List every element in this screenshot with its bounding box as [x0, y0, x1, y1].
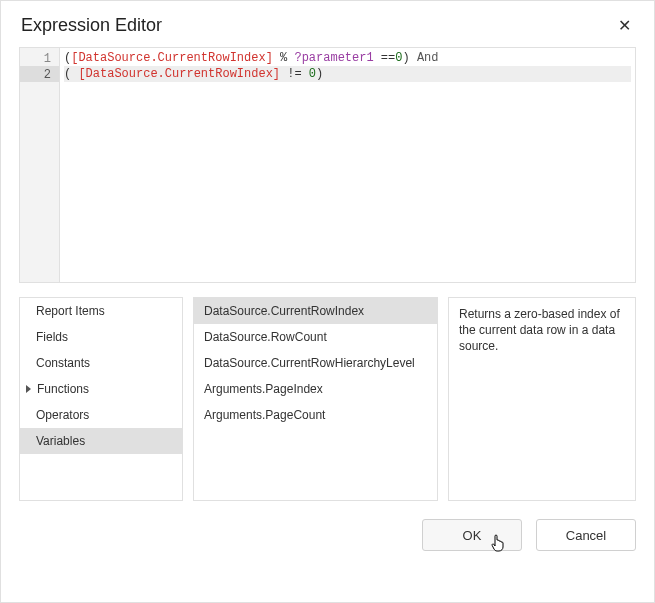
code-line[interactable]: ( [DataSource.CurrentRowIndex] != 0): [64, 66, 631, 82]
category-item[interactable]: Fields: [20, 324, 182, 350]
expand-triangle-icon: [26, 385, 31, 393]
code-area[interactable]: ([DataSource.CurrentRowIndex] % ?paramet…: [60, 48, 635, 282]
line-number: 1: [20, 50, 59, 66]
item-list[interactable]: DataSource.CurrentRowIndexDataSource.Row…: [193, 297, 438, 501]
variable-item[interactable]: DataSource.RowCount: [194, 324, 437, 350]
cancel-button[interactable]: Cancel: [536, 519, 636, 551]
dialog-title: Expression Editor: [21, 15, 162, 36]
category-label: Functions: [37, 382, 89, 396]
category-label: Constants: [36, 356, 90, 370]
category-item[interactable]: Variables: [20, 428, 182, 454]
variable-item[interactable]: DataSource.CurrentRowHierarchyLevel: [194, 350, 437, 376]
line-number: 2: [20, 66, 59, 82]
variable-item[interactable]: DataSource.CurrentRowIndex: [194, 298, 437, 324]
dialog-header: Expression Editor ✕: [1, 1, 654, 47]
ok-button[interactable]: OK: [422, 519, 522, 551]
close-button[interactable]: ✕: [612, 13, 636, 37]
expression-editor-dialog: Expression Editor ✕ 12 ([DataSource.Curr…: [0, 0, 655, 603]
category-item[interactable]: Functions: [20, 376, 182, 402]
dialog-footer: OK Cancel: [19, 515, 636, 551]
line-gutter: 12: [20, 48, 60, 282]
category-label: Report Items: [36, 304, 105, 318]
description-panel: Returns a zero-based index of the curren…: [448, 297, 636, 501]
category-label: Variables: [36, 434, 85, 448]
category-label: Operators: [36, 408, 89, 422]
dialog-body: 12 ([DataSource.CurrentRowIndex] % ?para…: [1, 47, 654, 602]
close-icon: ✕: [618, 16, 631, 35]
expression-code-editor[interactable]: 12 ([DataSource.CurrentRowIndex] % ?para…: [19, 47, 636, 283]
code-line[interactable]: ([DataSource.CurrentRowIndex] % ?paramet…: [64, 50, 631, 66]
category-item[interactable]: Constants: [20, 350, 182, 376]
variable-item[interactable]: Arguments.PageCount: [194, 402, 437, 428]
ok-button-label: OK: [463, 528, 482, 543]
category-item[interactable]: Report Items: [20, 298, 182, 324]
category-list[interactable]: Report ItemsFieldsConstantsFunctionsOper…: [19, 297, 183, 501]
picker-columns: Report ItemsFieldsConstantsFunctionsOper…: [19, 297, 636, 501]
category-label: Fields: [36, 330, 68, 344]
cursor-hand-icon: [491, 534, 507, 555]
category-item[interactable]: Operators: [20, 402, 182, 428]
variable-item[interactable]: Arguments.PageIndex: [194, 376, 437, 402]
